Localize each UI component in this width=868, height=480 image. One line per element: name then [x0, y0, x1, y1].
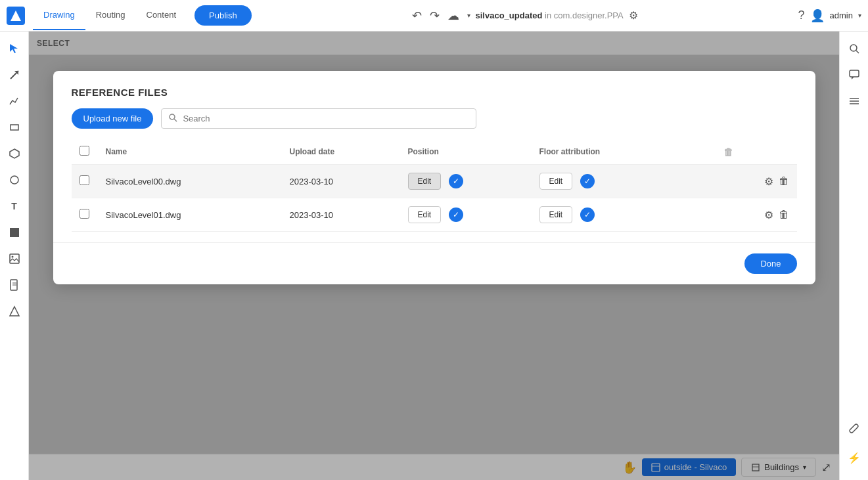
modal-header: REFERENCE FILES Upload new file — [53, 71, 815, 242]
right-search-icon[interactable] — [842, 37, 866, 60]
row2-floor-cell: Edit ✓ — [532, 198, 716, 232]
modal-footer: Done — [53, 242, 815, 284]
row2-checkbox-cell — [72, 198, 98, 232]
table-header-date: Upload date — [282, 139, 400, 165]
row2-floor-edit-button[interactable]: Edit — [539, 206, 573, 223]
row1-floor-cell: Edit ✓ — [532, 165, 716, 198]
svg-rect-8 — [10, 254, 19, 263]
table-row: SilvacoLevel00.dwg 2023-03-10 Edit ✓ — [72, 165, 797, 198]
row2-date: 2023-03-10 — [282, 198, 400, 232]
row1-position-check-icon: ✓ — [449, 174, 463, 188]
modal-title: REFERENCE FILES — [72, 87, 797, 98]
right-layers-icon[interactable] — [842, 89, 866, 113]
sidebar-item-cursor[interactable] — [3, 37, 26, 60]
svg-marker-13 — [10, 307, 19, 316]
sidebar-item-file[interactable] — [3, 273, 26, 297]
row1-delete-icon[interactable]: 🗑 — [779, 175, 789, 187]
row1-settings-icon[interactable]: ⚙ — [764, 175, 773, 188]
svg-point-6 — [11, 176, 18, 184]
table-header-position: Position — [400, 139, 532, 165]
row1-position-cell: Edit ✓ — [400, 165, 532, 198]
redo-icon[interactable]: ↷ — [430, 9, 440, 23]
sidebar-item-rect[interactable] — [3, 116, 26, 139]
user-dropdown-icon[interactable]: ▾ — [858, 12, 861, 19]
row2-actions-cell: ⚙ 🗑 — [716, 198, 797, 232]
publish-button[interactable]: Publish — [194, 5, 252, 26]
left-sidebar: T — [0, 32, 29, 480]
right-sidebar: ⚡ — [839, 32, 868, 480]
svg-point-24 — [170, 114, 175, 120]
reference-files-modal: REFERENCE FILES Upload new file — [53, 71, 815, 284]
row1-floor-check-icon: ✓ — [580, 174, 595, 188]
help-icon[interactable]: ? — [798, 9, 805, 22]
sidebar-item-shape[interactable] — [3, 142, 26, 165]
project-info: silvaco_updated in com.designer.PPA — [476, 11, 624, 20]
user-label: admin — [830, 11, 853, 20]
row1-actions-cell: ⚙ 🗑 — [716, 165, 797, 198]
row1-date: 2023-03-10 — [282, 165, 400, 198]
table-row: SilvacoLevel01.dwg 2023-03-10 Edit ✓ — [72, 198, 797, 232]
main-area: SELECT powered by VisingGlobe ✋ outside … — [29, 32, 839, 480]
sidebar-item-chart[interactable] — [3, 89, 26, 113]
topbar: Drawing Routing Content Publish ↶ ↷ ☁ ▾ … — [0, 0, 868, 32]
sidebar-item-image[interactable] — [3, 247, 26, 271]
undo-icon[interactable]: ↶ — [412, 9, 422, 23]
right-sidebar-bottom: ⚡ — [842, 417, 866, 469]
select-all-checkbox[interactable] — [80, 146, 89, 156]
svg-point-9 — [11, 256, 13, 258]
row2-floor-check-icon: ✓ — [580, 207, 595, 222]
sidebar-item-circle[interactable] — [3, 168, 26, 192]
svg-rect-4 — [11, 125, 18, 130]
tab-content[interactable]: Content — [136, 1, 187, 30]
done-button[interactable]: Done — [744, 253, 796, 274]
sidebar-item-triangle[interactable] — [3, 299, 26, 323]
row1-floor-edit-button[interactable]: Edit — [539, 173, 573, 190]
right-wrench-icon[interactable] — [842, 417, 866, 441]
row2-checkbox[interactable] — [80, 209, 89, 219]
svg-point-14 — [850, 45, 857, 51]
svg-rect-7 — [10, 228, 19, 237]
tab-drawing[interactable]: Drawing — [33, 1, 85, 30]
files-table: Name Upload date Position Floor attribut… — [72, 139, 797, 232]
tab-routing[interactable]: Routing — [85, 1, 136, 30]
svg-line-25 — [174, 119, 177, 121]
app-logo — [7, 7, 25, 25]
settings-icon[interactable]: ⚙ — [629, 9, 638, 22]
row2-position-edit-button[interactable]: Edit — [408, 206, 442, 223]
table-header-actions: 🗑 — [716, 139, 797, 165]
sidebar-item-pointer[interactable] — [3, 63, 26, 87]
row2-delete-icon[interactable]: 🗑 — [779, 209, 789, 221]
row2-position-cell: Edit ✓ — [400, 198, 532, 232]
header-trash-icon: 🗑 — [723, 146, 733, 158]
svg-marker-0 — [11, 11, 21, 21]
topbar-tabs: Drawing Routing Content — [33, 1, 187, 30]
table-header-floor: Floor attribution — [532, 139, 716, 165]
row2-position-check-icon: ✓ — [449, 207, 463, 222]
svg-marker-1 — [10, 44, 18, 53]
row2-filename: SilvacoLevel01.dwg — [98, 198, 282, 232]
sidebar-item-text[interactable]: T — [3, 194, 26, 218]
modal-toolbar: Upload new file — [72, 108, 797, 129]
search-wrapper — [161, 108, 476, 129]
table-header-name: Name — [98, 139, 282, 165]
row1-checkbox[interactable] — [80, 175, 89, 185]
table-header-checkbox — [72, 139, 98, 165]
svg-rect-16 — [850, 70, 859, 77]
row1-filename: SilvacoLevel00.dwg — [98, 165, 282, 198]
svg-marker-5 — [10, 149, 19, 158]
right-lightning-icon[interactable]: ⚡ — [842, 446, 866, 469]
row1-position-edit-button[interactable]: Edit — [408, 173, 442, 190]
search-icon — [168, 113, 177, 124]
row2-settings-icon[interactable]: ⚙ — [764, 209, 773, 221]
modal-overlay: REFERENCE FILES Upload new file — [29, 32, 839, 480]
cloud-icon[interactable]: ☁ — [447, 9, 459, 23]
row1-checkbox-cell — [72, 165, 98, 198]
upload-new-file-button[interactable]: Upload new file — [72, 108, 154, 129]
right-comment-icon[interactable] — [842, 63, 866, 87]
topbar-actions: ↶ ↷ ☁ ▾ — [412, 9, 470, 23]
sidebar-item-box[interactable] — [3, 221, 26, 244]
search-input[interactable] — [183, 114, 469, 123]
svg-line-15 — [856, 51, 859, 53]
user-icon[interactable]: 👤 — [810, 9, 825, 23]
